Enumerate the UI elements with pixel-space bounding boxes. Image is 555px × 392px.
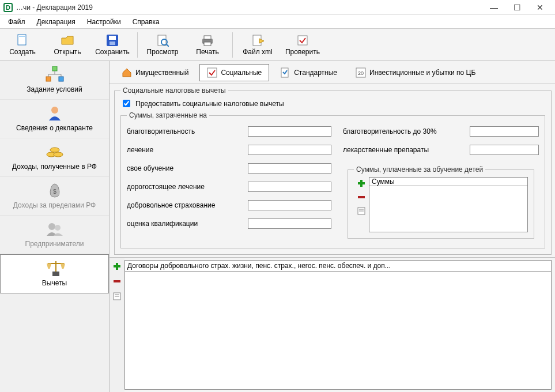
menu-file[interactable]: Файл: [3, 17, 30, 27]
charity-input[interactable]: [248, 126, 331, 137]
svg-rect-1: [19, 36, 25, 37]
medicines-input[interactable]: [470, 145, 539, 155]
children-remove-button[interactable]: [356, 192, 367, 202]
deduction-tabs: Имущественный Социальные Стандартные 20 …: [110, 61, 555, 84]
house-icon: [122, 67, 132, 78]
money-bag-icon: $: [44, 182, 65, 199]
medical-input[interactable]: [248, 145, 331, 155]
tab-property[interactable]: Имущественный: [114, 64, 196, 81]
contracts-edit-button[interactable]: [112, 291, 122, 301]
preview-icon: [155, 34, 170, 47]
svg-rect-4: [110, 42, 115, 45]
menubar: Файл Декларация Настройки Справка: [0, 15, 555, 29]
sidebar-item-deductions[interactable]: Вычеты: [0, 254, 109, 293]
charity30-input[interactable]: [470, 126, 539, 137]
sidebar-item-declarant[interactable]: Сведения о декларанте: [0, 100, 109, 138]
menu-declaration[interactable]: Декларация: [32, 17, 80, 27]
print-button[interactable]: Печать: [185, 34, 230, 56]
provide-social-checkbox[interactable]: [123, 100, 130, 107]
print-icon: [200, 34, 215, 47]
tab-social[interactable]: Социальные: [199, 64, 269, 81]
children-edit-button[interactable]: [356, 206, 367, 216]
coins-icon: [44, 143, 65, 160]
voluntary-ins-label: добровольное страхование: [127, 201, 248, 209]
check-icon: [295, 34, 310, 47]
invest-icon: 20: [356, 67, 366, 78]
xml-file-icon: [250, 34, 265, 47]
social-deductions-legend: Социальные налоговые вычеты: [120, 86, 228, 95]
svg-rect-13: [52, 66, 57, 71]
preview-button[interactable]: Просмотр: [140, 34, 185, 56]
svg-point-20: [51, 107, 58, 114]
children-column-header: Суммы: [369, 177, 528, 186]
svg-text:20: 20: [358, 70, 364, 76]
charity-label: благотворительность: [127, 127, 248, 135]
svg-point-25: [48, 223, 55, 230]
folder-open-icon: [60, 34, 75, 47]
new-file-icon: [15, 34, 30, 47]
svg-rect-31: [281, 68, 288, 77]
titlebar: D …чи - Декларация 2019 — ☐ ✕: [0, 0, 555, 15]
medical-label: лечение: [127, 146, 248, 154]
sidebar-item-income-rf[interactable]: Доходы, полученные в РФ: [0, 138, 109, 177]
children-edu-legend: Суммы, уплаченные за обучение детей: [354, 165, 485, 174]
charity30-label: благотворительность до 30%: [343, 127, 470, 135]
svg-point-26: [55, 225, 61, 231]
contracts-column-header: Договоры добровольного страх. жизни, пен…: [124, 260, 552, 272]
sidebar-item-income-abroad[interactable]: $ Доходы за пределами РФ: [0, 177, 109, 216]
social-deductions-group: Социальные налоговые вычеты Предоставить…: [114, 86, 552, 255]
svg-rect-12: [298, 36, 307, 45]
create-button[interactable]: Создать: [0, 34, 45, 56]
sums-spent-group: Суммы, затраченные на благотворительност…: [120, 111, 545, 248]
menu-help[interactable]: Справка: [128, 17, 164, 27]
svg-rect-3: [109, 36, 116, 40]
svg-rect-29: [52, 272, 59, 276]
sidebar-item-entrepreneurs[interactable]: Предприниматели: [0, 216, 109, 254]
provide-social-label: Предоставить социальные налоговые вычеты: [135, 100, 284, 108]
svg-rect-9: [204, 36, 211, 39]
scales-icon: [44, 259, 65, 277]
own-edu-input[interactable]: [248, 163, 331, 174]
expensive-med-input[interactable]: [248, 182, 331, 192]
contracts-remove-button[interactable]: [112, 276, 122, 287]
close-button[interactable]: ✕: [528, 3, 552, 12]
children-edu-group: Суммы, уплаченные за обучение детей: [348, 165, 534, 239]
svg-rect-30: [207, 68, 217, 77]
app-icon: D: [3, 3, 13, 12]
contracts-table-body[interactable]: [124, 272, 552, 390]
toolbar: Создать Открыть Сохранить Просмотр Печат…: [0, 29, 555, 61]
xml-button[interactable]: Файл xml: [235, 34, 280, 56]
people-icon: [44, 220, 65, 238]
save-icon: [105, 34, 120, 47]
medicines-label: лекарственные препараты: [343, 146, 470, 154]
children-add-button[interactable]: [356, 178, 367, 189]
open-button[interactable]: Открыть: [45, 34, 90, 56]
svg-point-23: [50, 148, 59, 152]
own-edu-label: свое обучение: [127, 164, 248, 172]
qualification-label: оценка квалификации: [127, 220, 248, 228]
sums-spent-legend: Суммы, затраченные на: [127, 111, 209, 119]
expensive-med-label: дорогостоящее лечение: [127, 183, 248, 191]
voluntary-ins-input[interactable]: [248, 200, 331, 210]
svg-rect-14: [46, 77, 51, 81]
svg-point-22: [54, 152, 63, 157]
sidebar-item-conditions[interactable]: Задание условий: [0, 61, 109, 100]
save-button[interactable]: Сохранить: [90, 34, 135, 56]
menu-settings[interactable]: Настройки: [82, 17, 126, 27]
tab-standard[interactable]: Стандартные: [273, 64, 345, 81]
qualification-input[interactable]: [248, 218, 331, 229]
window-title: …чи - Декларация 2019: [16, 3, 93, 12]
children-table-body[interactable]: [369, 186, 528, 232]
tab-invest[interactable]: 20 Инвестиционные и убытки по ЦБ: [348, 64, 483, 81]
doc-check-icon: [280, 67, 290, 78]
check-button[interactable]: Проверить: [280, 34, 325, 56]
tree-icon: [44, 66, 65, 83]
minimize-button[interactable]: —: [482, 3, 505, 12]
sidebar: Задание условий Сведения о декларанте До…: [0, 61, 110, 392]
contracts-add-button[interactable]: [112, 261, 122, 272]
svg-rect-15: [59, 77, 63, 81]
svg-text:$: $: [53, 189, 56, 195]
svg-rect-10: [204, 42, 211, 46]
check-square-icon: [207, 67, 217, 78]
maximize-button[interactable]: ☐: [505, 3, 528, 12]
